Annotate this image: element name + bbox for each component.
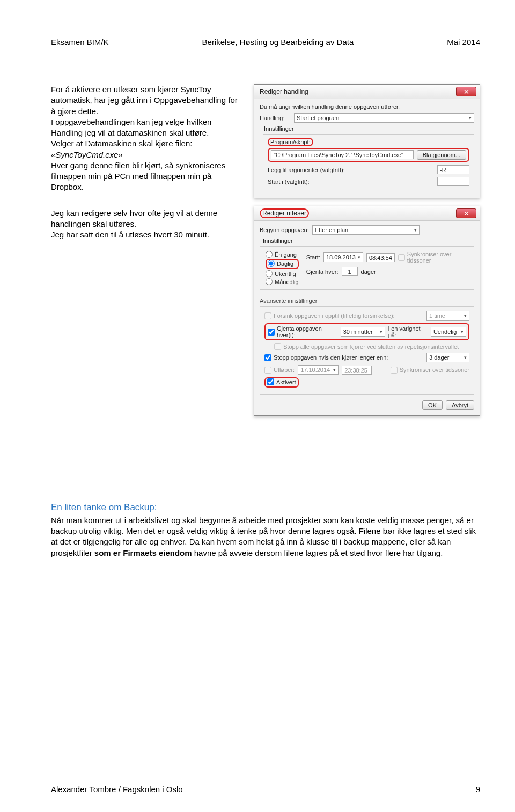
start-in-input[interactable] xyxy=(437,177,469,186)
varighet-label: i en varighet på: xyxy=(388,325,428,338)
page-number: 9 xyxy=(476,785,480,794)
dialog1-title: Rediger handling xyxy=(260,88,308,95)
gjenta-input[interactable]: 1 xyxy=(342,267,358,276)
program-path-input[interactable]: "C:\Program Files\SyncToy 2.1\SyncToyCmd… xyxy=(271,150,414,159)
handling-dropdown[interactable]: Start et program xyxy=(294,113,474,123)
args-label: Legg til argumenter (valgfritt): xyxy=(268,167,434,173)
start-time-input[interactable]: 08:43:54 xyxy=(366,253,395,262)
radio-daglig[interactable] xyxy=(268,260,275,267)
schedule-radio-group: Én gang Daglig Ukentlig Månedlig xyxy=(266,251,299,285)
handling-label: Handling: xyxy=(260,115,291,121)
paragraph: I oppgavebehandlingen kan jeg velge hvil… xyxy=(51,117,244,139)
gjenta-opp-dropdown[interactable]: 30 minutter xyxy=(341,327,385,337)
cancel-button[interactable]: Avbryt xyxy=(446,400,474,410)
page-header: Eksamen BIM/K Berikelse, Høsting og Bear… xyxy=(51,38,480,47)
ok-button[interactable]: OK xyxy=(422,400,443,410)
page-footer: Alexander Tombre / Fagskolen i Oslo 9 xyxy=(51,785,480,794)
sync-tz-checkbox-2 xyxy=(391,367,398,374)
backup-section: En liten tanke om Backup: Når man kommer… xyxy=(51,502,480,558)
innst-label: Innstillinger xyxy=(263,237,474,244)
dialog-rediger-handling: Rediger handling ✕ Du må angi hvilken ha… xyxy=(254,84,480,198)
aktivert-checkbox[interactable] xyxy=(267,378,274,385)
forsink-dropdown: 1 time xyxy=(426,311,469,321)
program-skript-label: Program/skript: xyxy=(268,138,313,146)
start-label: Start: xyxy=(306,254,320,260)
browse-button[interactable]: Bla gjennom... xyxy=(417,150,466,160)
sync-tz-checkbox xyxy=(398,254,405,261)
radio-ukentlig[interactable] xyxy=(266,270,273,277)
close-icon[interactable]: ✕ xyxy=(456,87,476,96)
stopp-lenger-dropdown[interactable]: 3 dager xyxy=(426,353,469,362)
close-icon[interactable]: ✕ xyxy=(456,208,476,218)
varighet-dropdown[interactable]: Uendelig xyxy=(431,327,466,337)
utloper-checkbox xyxy=(264,367,271,374)
body-text-left: For å aktivere en utløser som kjører Syn… xyxy=(51,84,244,416)
filename-em: «SyncToyCmd.exe» xyxy=(51,150,244,160)
header-right: Mai 2014 xyxy=(447,38,480,47)
footer-author: Alexander Tombre / Fagskolen i Oslo xyxy=(51,785,183,794)
begynn-dropdown[interactable]: Etter en plan xyxy=(312,225,420,235)
start-in-label: Start i (valgfritt): xyxy=(268,178,434,185)
paragraph: Velger at Datamaskinen skal kjøre filen: xyxy=(51,138,244,149)
innstillinger-label: Innstillinger xyxy=(264,125,474,132)
header-left: Eksamen BIM/K xyxy=(51,38,109,47)
radio-manedlig[interactable] xyxy=(266,278,273,285)
paragraph: Jeg kan redigere selv hvor ofte jeg vil … xyxy=(51,208,244,230)
adv-settings-title: Avanserte innstillinger xyxy=(260,297,474,304)
start-date-input[interactable]: 18.09.2013 xyxy=(323,252,363,262)
gjenta-label: Gjenta hver: xyxy=(306,269,339,275)
stopp-lenger-checkbox[interactable] xyxy=(264,354,271,361)
gjenta-unit: dager xyxy=(361,269,376,275)
paragraph: Jeg har satt den til å utløses hvert 30 … xyxy=(51,229,244,240)
dialog-rediger-utloser: Rediger utløser ✕ Begynn oppgaven: Etter… xyxy=(254,206,480,416)
radio-engang[interactable] xyxy=(266,251,273,258)
stopp-alle-checkbox xyxy=(274,343,281,350)
utloper-time: 23:38:25 xyxy=(342,366,372,375)
forsink-checkbox xyxy=(264,312,271,319)
paragraph: Hver gang denne filen blir kjørt, så syn… xyxy=(51,160,244,193)
dialog1-intro: Du må angi hvilken handling denne oppgav… xyxy=(260,103,400,110)
begynn-label: Begynn oppgaven: xyxy=(260,227,309,233)
backup-title: En liten tanke om Backup: xyxy=(51,502,480,514)
utloper-date: 17.10.2014 xyxy=(298,365,339,375)
header-center: Berikelse, Høsting og Bearbeiding av Dat… xyxy=(202,38,354,47)
dialog2-title: Rediger utløser xyxy=(260,208,309,218)
backup-body: Når man kommer ut i arbeidslivet og skal… xyxy=(51,515,480,558)
paragraph: For å aktivere en utløser som kjører Syn… xyxy=(51,84,244,117)
backup-bold: som er Firmaets eiendom xyxy=(94,548,192,557)
gjenta-opp-checkbox[interactable] xyxy=(268,329,275,336)
args-input[interactable]: -R xyxy=(437,165,469,174)
